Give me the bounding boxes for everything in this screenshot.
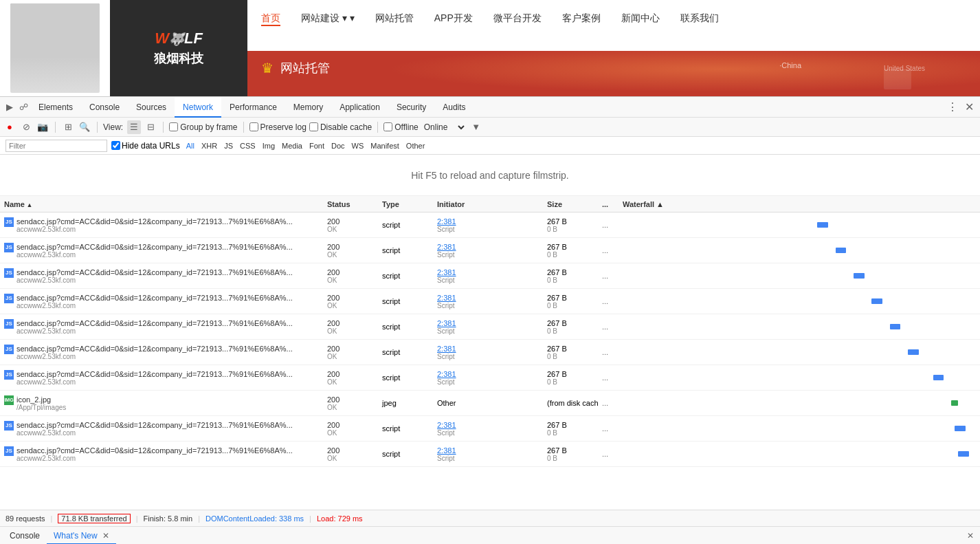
nav-item-contact[interactable]: 联系我们 xyxy=(680,12,719,26)
row-more[interactable]: ... xyxy=(598,270,619,281)
table-row[interactable]: JS sendacc.jsp?cmd=ACC&did=0&sid=12&comp… xyxy=(0,314,980,340)
table-row[interactable]: JS sendacc.jsp?cmd=ACC&did=0&sid=12&comp… xyxy=(0,263,980,289)
close-bottom-panel-icon[interactable]: ✕ xyxy=(964,529,977,543)
tab-security[interactable]: Security xyxy=(388,97,434,118)
separator-5 xyxy=(377,122,378,133)
tab-console[interactable]: Console xyxy=(81,97,128,118)
waterfall-bar xyxy=(890,324,901,329)
header-right: 首页 网站建设 ▾ 网站托管 APP开发 微平台开发 客户案例 新闻中心 联系我… xyxy=(247,0,980,96)
bottom-tab-whats-new[interactable]: What's New ✕ xyxy=(47,527,116,545)
filter-type-doc[interactable]: Doc xyxy=(329,141,347,151)
nav-item-micro[interactable]: 微平台开发 xyxy=(493,12,542,26)
col-waterfall[interactable]: Waterfall ▲ xyxy=(619,200,980,208)
table-row[interactable]: JS sendacc.jsp?cmd=ACC&did=0&sid=12&comp… xyxy=(0,238,980,263)
initiator-link[interactable]: 2:381 xyxy=(437,217,456,226)
filter-type-font[interactable]: Font xyxy=(307,141,326,151)
filter-type-manifest[interactable]: Manifest xyxy=(368,141,401,151)
filter-type-all[interactable]: All xyxy=(184,141,197,151)
filter-type-css[interactable]: CSS xyxy=(238,141,258,151)
nav-item-home[interactable]: 首页 xyxy=(261,12,280,26)
record-icon[interactable]: ● xyxy=(3,120,16,134)
col-type[interactable]: Type xyxy=(378,200,433,208)
offline-input[interactable] xyxy=(383,122,392,131)
initiator-link[interactable]: 2:381 xyxy=(437,268,456,276)
camera-icon[interactable]: 📷 xyxy=(36,120,49,134)
initiator-link[interactable]: 2:381 xyxy=(437,345,456,353)
initiator-link[interactable]: 2:381 xyxy=(437,294,456,302)
filter-type-ws[interactable]: WS xyxy=(350,141,366,151)
filter-type-media[interactable]: Media xyxy=(280,141,304,151)
row-name-main: sendacc.jsp?cmd=ACC&did=0&sid=12&company… xyxy=(16,345,293,353)
table-row[interactable]: JS sendacc.jsp?cmd=ACC&did=0&sid=12&comp… xyxy=(0,416,980,442)
throttle-dropdown-icon[interactable]: ▼ xyxy=(469,120,483,134)
close-devtools-icon[interactable]: ✕ xyxy=(961,99,977,116)
filter-type-img[interactable]: Img xyxy=(260,141,277,151)
nav-item-hosting[interactable]: 网站托管 xyxy=(375,12,414,26)
initiator-link[interactable]: 2:381 xyxy=(437,421,456,429)
filter-type-js[interactable]: JS xyxy=(222,141,235,151)
nav-item-cases[interactable]: 客户案例 xyxy=(562,12,601,26)
table-row[interactable]: IMG icon_2.jpg /App/Tpl/images 200OK jpe… xyxy=(0,391,980,416)
group-by-frame-checkbox[interactable]: Group by frame xyxy=(169,122,237,132)
device-icon[interactable]: ☍ xyxy=(16,100,30,114)
nav-item-app[interactable]: APP开发 xyxy=(434,12,473,26)
row-type: script xyxy=(378,219,433,230)
tab-sources[interactable]: Sources xyxy=(128,97,175,118)
initiator-link[interactable]: 2:381 xyxy=(437,319,456,327)
col-status[interactable]: Status xyxy=(323,200,378,208)
network-table[interactable]: Name Status Type Initiator Size ... Wate… xyxy=(0,196,980,510)
row-more[interactable]: ... xyxy=(598,321,619,332)
table-row[interactable]: JS sendacc.jsp?cmd=ACC&did=0&sid=12&comp… xyxy=(0,213,980,238)
nav-item-news[interactable]: 新闻中心 xyxy=(621,12,660,26)
row-more[interactable]: ... xyxy=(598,423,619,434)
list-view-icon[interactable]: ☰ xyxy=(127,120,141,134)
row-more[interactable]: ... xyxy=(598,372,619,383)
table-row[interactable]: JS sendacc.jsp?cmd=ACC&did=0&sid=12&comp… xyxy=(0,365,980,391)
filter-type-other[interactable]: Other xyxy=(404,141,427,151)
inspect-icon[interactable]: ▶ xyxy=(3,100,16,114)
more-options-icon[interactable]: ⋮ xyxy=(944,99,961,116)
preserve-log-input[interactable] xyxy=(249,122,258,131)
tab-audits[interactable]: Audits xyxy=(434,97,474,118)
col-initiator[interactable]: Initiator xyxy=(433,200,543,208)
filter-type-xhr[interactable]: XHR xyxy=(199,141,219,151)
crown-icon: ♛ xyxy=(261,60,274,76)
row-more[interactable]: ... xyxy=(598,219,619,230)
row-more[interactable]: ... xyxy=(598,347,619,358)
row-more[interactable]: ... xyxy=(598,296,619,307)
col-name[interactable]: Name xyxy=(0,200,323,208)
row-more[interactable]: ... xyxy=(598,448,619,459)
tab-network[interactable]: Network xyxy=(175,97,221,118)
group-by-frame-input[interactable] xyxy=(169,122,178,131)
tab-memory[interactable]: Memory xyxy=(285,97,331,118)
table-row[interactable]: JS sendacc.jsp?cmd=ACC&did=0&sid=12&comp… xyxy=(0,340,980,365)
filter-input[interactable] xyxy=(5,140,107,152)
filter-icon[interactable]: ⊞ xyxy=(61,120,75,134)
disable-cache-input[interactable] xyxy=(309,122,318,131)
tab-elements[interactable]: Elements xyxy=(30,97,81,118)
bottom-tab-console[interactable]: Console xyxy=(3,527,47,545)
throttle-select[interactable]: Online Fast 3G Slow 3G Offline xyxy=(421,122,467,133)
grid-view-icon[interactable]: ⊟ xyxy=(144,120,157,134)
row-more[interactable]: ... xyxy=(598,398,619,409)
tab-application[interactable]: Application xyxy=(331,97,388,118)
preserve-log-checkbox[interactable]: Preserve log xyxy=(249,122,307,132)
col-size[interactable]: Size xyxy=(543,200,598,208)
tab-performance[interactable]: Performance xyxy=(221,97,285,118)
close-tab-icon[interactable]: ✕ xyxy=(102,531,109,541)
name-texts: sendacc.jsp?cmd=ACC&did=0&sid=12&company… xyxy=(16,319,293,335)
table-row[interactable]: JS sendacc.jsp?cmd=ACC&did=0&sid=12&comp… xyxy=(0,442,980,467)
disable-cache-checkbox[interactable]: Disable cache xyxy=(309,122,372,132)
nav-item-website-build[interactable]: 网站建设 ▾ xyxy=(301,12,355,26)
offline-checkbox[interactable]: Offline xyxy=(383,122,418,132)
row-more[interactable]: ... xyxy=(598,245,619,256)
clear-icon[interactable]: ⊘ xyxy=(19,120,33,134)
initiator-link[interactable]: 2:381 xyxy=(437,446,456,455)
hide-data-urls-input[interactable] xyxy=(111,141,120,150)
search-icon[interactable]: 🔍 xyxy=(78,120,91,134)
initiator-link[interactable]: 2:381 xyxy=(437,370,456,378)
initiator-link[interactable]: 2:381 xyxy=(437,243,456,251)
table-row[interactable]: JS sendacc.jsp?cmd=ACC&did=0&sid=12&comp… xyxy=(0,289,980,314)
row-name-cell: JS sendacc.jsp?cmd=ACC&did=0&sid=12&comp… xyxy=(0,291,323,312)
hide-data-urls-checkbox[interactable]: Hide data URLs xyxy=(111,141,180,151)
